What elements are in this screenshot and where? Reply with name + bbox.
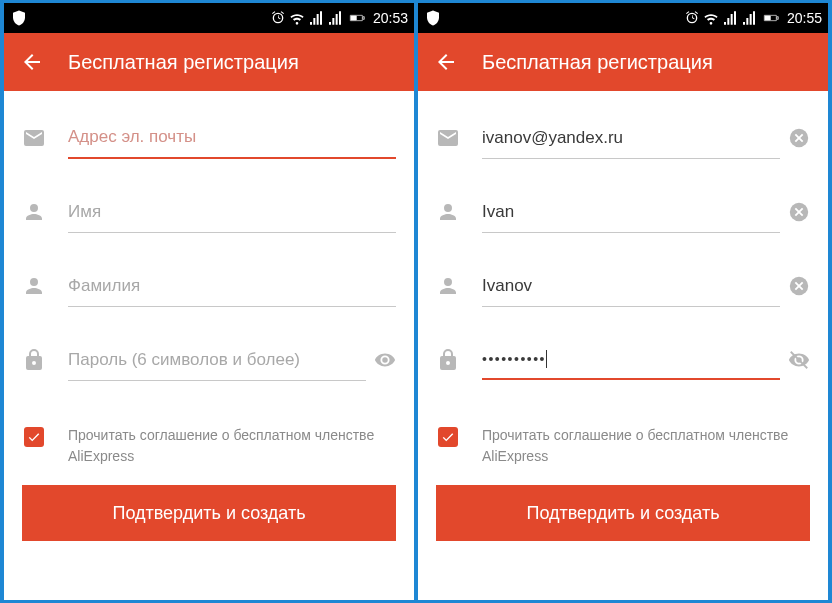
app-header: Бесплатная регистрация: [418, 33, 828, 91]
email-input[interactable]: [68, 117, 396, 159]
surname-input[interactable]: [482, 266, 780, 307]
agreement-text[interactable]: Прочитать соглашение о бесплатном членст…: [68, 425, 394, 467]
status-bar: 20:53: [4, 3, 414, 33]
signal-icon: [308, 10, 324, 26]
form-area: •••••••••• Прочитать соглашение о беспла…: [418, 91, 828, 600]
person-icon: [22, 200, 46, 224]
agreement-row: Прочитать соглашение о бесплатном членст…: [436, 425, 810, 467]
name-row: [436, 175, 810, 249]
mail-icon: [436, 126, 460, 150]
password-input[interactable]: ••••••••••: [482, 340, 780, 380]
email-row: [436, 101, 810, 175]
shield-icon: [10, 9, 28, 27]
eye-off-icon[interactable]: [788, 349, 810, 371]
signal-icon-2: [741, 10, 757, 26]
lock-icon: [436, 348, 460, 372]
page-title: Бесплатная регистрация: [68, 51, 299, 74]
svg-rect-1: [765, 16, 770, 20]
alarm-icon: [684, 10, 700, 26]
page-title: Бесплатная регистрация: [482, 51, 713, 74]
phone-right: 20:55 Бесплатная регистрация: [418, 3, 828, 600]
check-icon: [27, 430, 41, 444]
name-row: [22, 175, 396, 249]
submit-button[interactable]: Подтвердить и создать: [22, 485, 396, 541]
svg-rect-0: [351, 16, 356, 20]
eye-icon[interactable]: [374, 349, 396, 371]
clear-icon[interactable]: [788, 275, 810, 297]
agreement-checkbox[interactable]: [24, 427, 44, 447]
agreement-row: Прочитать соглашение о бесплатном членст…: [22, 425, 396, 467]
surname-input[interactable]: [68, 266, 396, 307]
battery-icon: [346, 10, 368, 26]
password-row: ••••••••••: [436, 323, 810, 397]
status-time: 20:53: [373, 10, 408, 26]
mail-icon: [22, 126, 46, 150]
surname-row: [436, 249, 810, 323]
status-time: 20:55: [787, 10, 822, 26]
signal-icon: [722, 10, 738, 26]
lock-icon: [22, 348, 46, 372]
status-bar: 20:55: [418, 3, 828, 33]
signal-icon-2: [327, 10, 343, 26]
name-input[interactable]: [68, 192, 396, 233]
person-icon: [436, 274, 460, 298]
agreement-text[interactable]: Прочитать соглашение о бесплатном членст…: [482, 425, 808, 467]
password-row: [22, 323, 396, 397]
wifi-icon: [703, 10, 719, 26]
clear-icon[interactable]: [788, 127, 810, 149]
phone-left: 20:53 Бесплатная регистрация: [4, 3, 414, 600]
password-input[interactable]: [68, 340, 366, 381]
battery-icon: [760, 10, 782, 26]
alarm-icon: [270, 10, 286, 26]
app-header: Бесплатная регистрация: [4, 33, 414, 91]
agreement-checkbox[interactable]: [438, 427, 458, 447]
person-icon: [22, 274, 46, 298]
person-icon: [436, 200, 460, 224]
wifi-icon: [289, 10, 305, 26]
back-icon[interactable]: [20, 50, 44, 74]
name-input[interactable]: [482, 192, 780, 233]
email-input[interactable]: [482, 118, 780, 159]
form-area: Прочитать соглашение о бесплатном членст…: [4, 91, 414, 600]
surname-row: [22, 249, 396, 323]
back-icon[interactable]: [434, 50, 458, 74]
email-row: [22, 101, 396, 175]
submit-button[interactable]: Подтвердить и создать: [436, 485, 810, 541]
clear-icon[interactable]: [788, 201, 810, 223]
shield-icon: [424, 9, 442, 27]
check-icon: [441, 430, 455, 444]
